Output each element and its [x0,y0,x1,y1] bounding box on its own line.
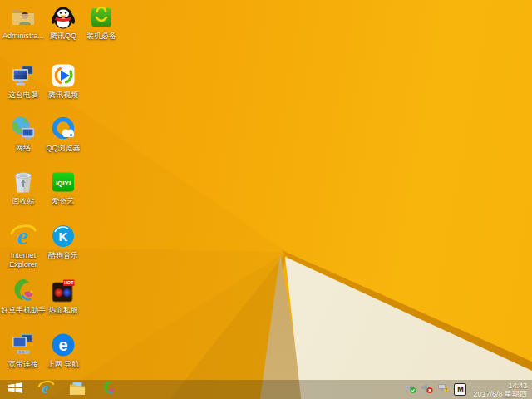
clock-date: 2017/6/8 星期四 [473,390,527,398]
svg-text:HOT: HOT [64,280,74,285]
qq-browser-icon [49,115,77,143]
start-button[interactable] [0,380,30,399]
icon-label: 爱奇艺 [40,197,86,206]
desktop-icon-zhuangji-bibei[interactable]: 装机必备 [78,2,125,41]
svg-text:iQIYI: iQIYI [56,180,71,187]
network-warning-icon[interactable] [437,382,450,397]
taskbar-internet-explorer[interactable]: e [30,380,62,399]
desktop: Administra... 腾讯QQ [0,0,532,399]
haozhuo-swirl-icon [101,380,117,399]
desktop-icon-iqiyi[interactable]: iQIYI 爱奇艺 [40,168,86,206]
desktop-icon-qq-browser[interactable]: QQ浏览器 [40,115,86,153]
icon-label: 上网 导航 [40,360,86,369]
folder-icon [68,379,86,399]
volume-muted-icon[interactable] [421,382,433,397]
icon-label: 装机必备 [78,32,125,41]
taskbar-haozhuo[interactable] [93,380,125,399]
kugou-icon: K [49,222,77,250]
icon-label: 腾讯视频 [40,91,86,100]
desktop-icon-tencent-video[interactable]: 腾讯视频 [40,62,86,100]
icon-label: 酷狗音乐 [40,251,86,260]
internet-explorer-icon: e [37,379,55,399]
network-globe-icon [9,115,37,143]
blue-e-icon: e [49,331,77,359]
taskbar-clock[interactable]: 14:43 2017/6/8 星期四 [473,382,527,398]
recycle-bin-icon [9,168,37,196]
windows-logo-icon [7,382,23,397]
taskbar: e [0,380,532,399]
system-tray: M 14:43 2017/6/8 星期四 [404,382,532,398]
ime-indicator[interactable]: M [454,383,466,396]
play-button-icon [49,62,77,90]
icon-label: 热血私服 [40,306,86,315]
svg-text:e: e [58,336,67,354]
safely-remove-hardware-icon[interactable] [404,382,416,397]
desktop-icon-kugou-music[interactable]: K 酷狗音乐 [40,222,86,260]
administrator-folder-icon [9,2,37,31]
iqiyi-icon: iQIYI [49,168,77,196]
haozhuo-swirl-icon [9,277,37,305]
computer-icon [9,62,37,90]
qq-penguin-icon [49,2,77,31]
icon-label: QQ浏览器 [40,144,86,153]
svg-text:K: K [59,229,68,244]
desktop-icon-rexue-sifu[interactable]: HOT 热血私服 [40,277,86,315]
game-hot-icon: HOT [49,277,77,305]
desktop-icon-web-navigation[interactable]: e 上网 导航 [40,331,86,369]
clock-time: 14:43 [473,382,527,390]
green-bag-icon [87,2,116,31]
taskbar-file-explorer[interactable] [62,380,93,399]
internet-explorer-icon: e [9,222,37,250]
broadband-connection-icon [9,331,37,359]
